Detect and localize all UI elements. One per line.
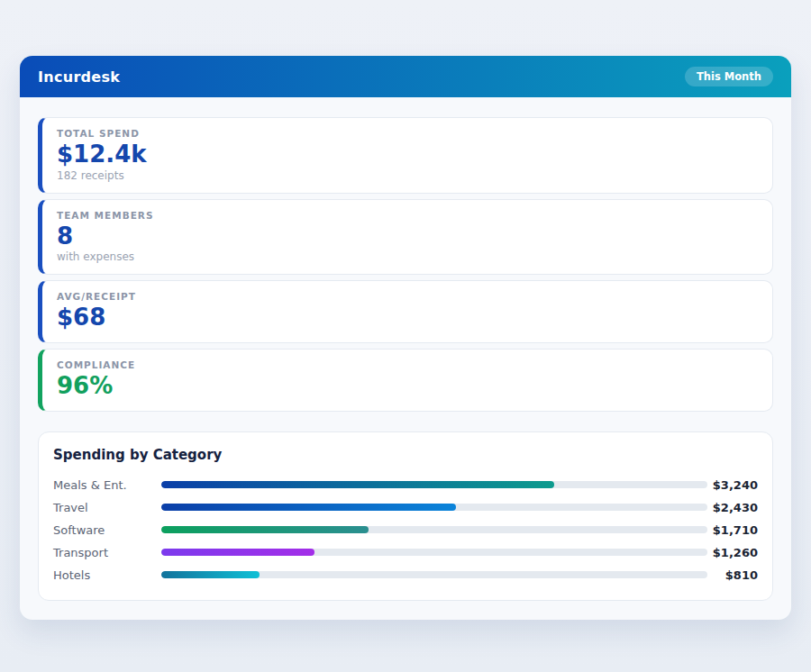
category-value: $810: [707, 568, 758, 582]
category-bar-fill: [161, 549, 314, 556]
stat-value: 96%: [57, 372, 758, 400]
stat-sub: with expenses: [57, 250, 758, 263]
category-value: $3,240: [707, 478, 758, 492]
category-value: $2,430: [707, 501, 758, 514]
stat-label: AVG/RECEIPT: [57, 291, 758, 302]
category-bar-track: [161, 571, 707, 578]
category-value: $1,260: [707, 546, 758, 559]
stat-label: TEAM MEMBERS: [57, 210, 758, 221]
category-row-travel: Travel $2,430: [53, 496, 758, 519]
stat-label: COMPLIANCE: [57, 359, 758, 370]
category-row-hotels: Hotels $810: [53, 564, 758, 586]
app-header: Incurdesk This Month: [20, 56, 791, 97]
stat-card-avg-receipt: AVG/RECEIPT $68: [38, 280, 773, 343]
period-badge[interactable]: This Month: [685, 67, 773, 86]
app-title: Incurdesk: [38, 68, 120, 86]
stat-card-team-members: TEAM MEMBERS 8 with expenses: [38, 199, 773, 276]
stat-sub: 182 receipts: [57, 169, 758, 182]
category-row-meals: Meals & Ent. $3,240: [53, 474, 758, 496]
category-row-software: Software $1,710: [53, 519, 758, 541]
spending-by-category-card: Spending by Category Meals & Ent. $3,240…: [38, 431, 773, 601]
category-bar-track: [161, 526, 707, 533]
category-label: Software: [53, 523, 161, 537]
category-bar-fill: [161, 571, 260, 578]
category-row-transport: Transport $1,260: [53, 541, 758, 564]
category-bar-track: [161, 481, 707, 488]
category-label: Transport: [53, 546, 161, 559]
category-bar-fill: [161, 481, 554, 488]
category-bar-fill: [161, 526, 369, 533]
category-label: Travel: [53, 501, 161, 514]
category-bar-track: [161, 549, 707, 556]
category-label: Hotels: [53, 568, 161, 582]
category-bar-track: [161, 504, 707, 511]
stat-card-compliance: COMPLIANCE 96%: [38, 349, 773, 412]
stat-label: TOTAL SPEND: [57, 128, 758, 139]
stat-value: 8: [57, 222, 758, 250]
stat-card-total-spend: TOTAL SPEND $12.4k 182 receipts: [38, 117, 773, 194]
category-value: $1,710: [707, 523, 758, 537]
category-label: Meals & Ent.: [53, 478, 161, 492]
stat-value: $68: [57, 304, 758, 331]
dashboard-panel: Incurdesk This Month TOTAL SPEND $12.4k …: [20, 56, 791, 620]
chart-title: Spending by Category: [53, 447, 758, 463]
stat-value: $12.4k: [57, 141, 758, 168]
category-bar-fill: [161, 504, 456, 511]
panel-body: TOTAL SPEND $12.4k 182 receipts TEAM MEM…: [20, 97, 791, 620]
